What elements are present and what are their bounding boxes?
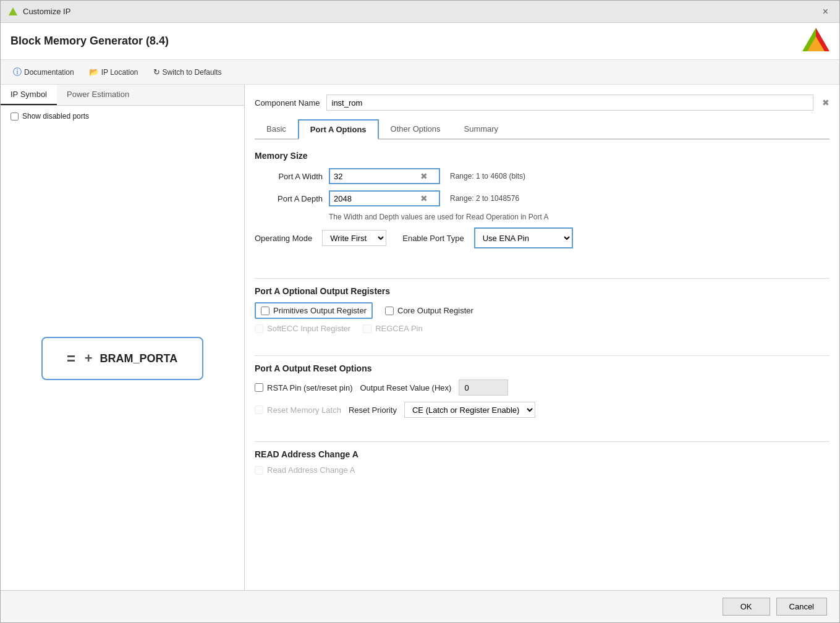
bram-line-1 [67,355,75,357]
width-depth-note: The Width and Depth values are used for … [329,213,829,221]
window-title: Customize IP [23,7,70,16]
right-panel: Component Name ✖ Basic Port A Options Ot… [245,85,839,590]
port-a-depth-clear-button[interactable]: ✖ [420,193,428,203]
bram-symbol: + BRAM_PORTA [41,337,204,380]
title-bar: Customize IP × [1,1,839,23]
bram-line-2 [67,360,75,362]
section-divider-2 [255,355,829,356]
memory-size-title: Memory Size [255,151,829,161]
core-output-register-checkbox[interactable] [385,307,394,315]
vivado-logo [802,28,829,55]
port-a-width-input[interactable] [334,172,420,181]
component-name-label: Component Name [255,98,320,108]
port-a-depth-range: Range: 2 to 1048576 [450,194,519,203]
refresh-icon: ↻ [153,67,160,77]
softECC-input-register-checkbox [255,324,263,333]
primitives-output-register-label: Primitives Output Register [273,306,367,315]
operating-mode-select[interactable]: Write First Read First No Change [322,230,386,246]
ip-location-label: IP Location [101,68,138,77]
component-name-clear-button[interactable]: ✖ [822,98,829,108]
rsta-pin-checkbox[interactable] [255,383,263,392]
tab-basic[interactable]: Basic [255,119,298,138]
reset-priority-select[interactable]: CE (Latch or Register Enable) SR (Set/Re… [404,402,535,418]
toolbar: ⓘ Documentation 📂 IP Location ↻ Switch t… [1,60,839,85]
show-disabled-row: Show disabled ports [1,106,244,127]
folder-icon: 📂 [89,67,99,77]
REGCEA-pin-label: REGCEA Pin [375,324,423,333]
reset-memory-latch-label: Reset Memory Latch [267,405,341,415]
enable-port-type-select[interactable]: Use ENA Pin Always Enabled [474,227,573,248]
rsta-pin-row: RSTA Pin (set/reset pin) Output Reset Va… [255,379,829,396]
core-output-register-label: Core Output Register [397,306,473,315]
component-name-row: Component Name ✖ [255,95,829,111]
port-a-width-row: Port A Width ✖ Range: 1 to 4608 (bits) [255,168,829,184]
documentation-button[interactable]: ⓘ Documentation [11,66,77,79]
tab-port-a-options[interactable]: Port A Options [298,119,379,140]
primitives-output-register-checkbox[interactable] [261,307,269,315]
read-address-change-a-item: Read Address Change A [255,465,355,475]
title-bar-left: Customize IP [8,7,70,17]
port-a-depth-row: Port A Depth ✖ Range: 2 to 1048576 [255,190,829,206]
rsta-pin-item: RSTA Pin (set/reset pin) [255,383,352,392]
reset-memory-latch-row: Reset Memory Latch Reset Priority CE (La… [255,402,829,418]
section-divider-1 [255,278,829,279]
optional-output-registers-title: Port A Optional Output Registers [255,286,829,296]
port-a-depth-input[interactable] [334,194,420,203]
primitives-output-register-item: Primitives Output Register [255,302,373,319]
ok-button[interactable]: OK [723,598,770,616]
tabs-row: Basic Port A Options Other Options Summa… [255,119,829,140]
REGCEA-pin-checkbox [363,324,371,333]
read-address-title: READ Address Change A [255,449,829,459]
ip-location-button[interactable]: 📂 IP Location [87,66,141,78]
show-disabled-label: Show disabled ports [22,112,89,121]
output-reset-value-input[interactable] [459,379,508,396]
reset-memory-latch-checkbox [255,405,263,414]
info-icon: ⓘ [13,67,22,78]
output-reset-title: Port A Output Reset Options [255,363,829,373]
port-a-depth-input-wrapper: ✖ [329,190,440,206]
reset-priority-label: Reset Priority [349,405,397,415]
component-name-input[interactable] [326,95,814,111]
close-button[interactable]: × [819,5,832,19]
memory-size-section: Memory Size Port A Width ✖ Range: 1 to 4… [255,151,829,258]
port-a-depth-label: Port A Depth [255,194,323,203]
show-disabled-checkbox[interactable] [11,112,19,121]
cancel-button[interactable]: Cancel [776,598,827,616]
softECC-input-register-item: SoftECC Input Register [255,324,350,333]
tab-ip-symbol[interactable]: IP Symbol [1,85,57,105]
output-reset-section: Port A Output Reset Options RSTA Pin (se… [255,363,829,424]
port-a-width-input-wrapper: ✖ [329,168,440,184]
operating-mode-label: Operating Mode [255,234,312,243]
port-a-width-clear-button[interactable]: ✖ [420,171,428,181]
bram-left-lines [67,355,75,362]
output-register-row-2: SoftECC Input Register REGCEA Pin [255,324,829,333]
documentation-label: Documentation [24,68,74,77]
core-output-register-item: Core Output Register [385,306,473,315]
port-a-width-range: Range: 1 to 4608 (bits) [450,172,525,180]
bram-plus-icon: + [85,350,93,367]
read-address-change-a-checkbox [255,466,263,475]
read-address-change-a-label: Read Address Change A [267,465,355,475]
main-content: IP Symbol Power Estimation Show disabled… [1,85,839,590]
tab-summary[interactable]: Summary [452,119,511,138]
rsta-pin-label: RSTA Pin (set/reset pin) [267,383,352,392]
read-address-section: READ Address Change A Read Address Chang… [255,449,829,480]
left-panel-tabs: IP Symbol Power Estimation [1,85,244,106]
symbol-area: + BRAM_PORTA [1,127,244,590]
app-title: Block Memory Generator (8.4) [11,35,169,48]
REGCEA-pin-item: REGCEA Pin [363,324,423,333]
main-window: Customize IP × Block Memory Generator (8… [0,0,840,623]
app-icon [8,7,18,17]
output-register-row-1: Primitives Output Register Core Output R… [255,302,829,319]
section-divider-3 [255,441,829,442]
switch-defaults-button[interactable]: ↻ Switch to Defaults [151,66,224,78]
operating-mode-row: Operating Mode Write First Read First No… [255,227,829,248]
app-header: Block Memory Generator (8.4) [1,23,839,60]
reset-memory-latch-item: Reset Memory Latch [255,405,341,415]
port-a-width-label: Port A Width [255,172,323,181]
tab-other-options[interactable]: Other Options [379,119,452,138]
switch-defaults-label: Switch to Defaults [163,68,222,77]
left-panel: IP Symbol Power Estimation Show disabled… [1,85,245,590]
optional-output-registers-section: Port A Optional Output Registers Primiti… [255,286,829,338]
tab-power-estimation[interactable]: Power Estimation [57,85,139,105]
